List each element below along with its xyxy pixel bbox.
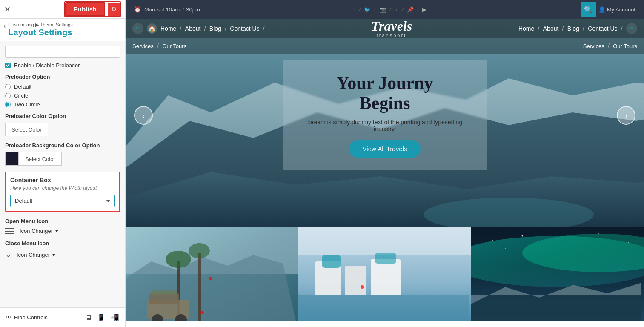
close-menu-icon-changer-label: Icon Changer	[17, 252, 50, 258]
nav-about-right[interactable]: About	[543, 25, 559, 32]
nav-slash-4: /	[263, 25, 265, 32]
slider-description: loream is simply dummy text of the print…	[300, 119, 470, 132]
home-icon-left[interactable]: 🏠	[147, 23, 157, 34]
thumbnail-aurora[interactable]	[471, 227, 644, 321]
svg-point-33	[598, 233, 599, 234]
preloader-color-button[interactable]: Select Color	[5, 123, 48, 136]
linkedin-icon[interactable]: in	[394, 6, 398, 13]
svg-rect-24	[371, 259, 401, 295]
sub-nav-services-left[interactable]: Services	[132, 43, 154, 49]
container-box-title: Container Box	[10, 177, 115, 184]
sub-nav-left: Services / Our Tours	[132, 42, 186, 50]
sub-nav-right: Services / Our Tours	[583, 42, 637, 50]
open-menu-chevron-icon: ▾	[55, 228, 58, 234]
svg-point-9	[166, 251, 191, 268]
svg-point-35	[505, 248, 506, 249]
nav-home-right[interactable]: Home	[518, 25, 534, 32]
close-menu-chevron-icon: ▾	[52, 252, 55, 258]
pinterest-icon[interactable]: 📌	[407, 6, 414, 13]
close-button[interactable]: ✕	[4, 5, 11, 14]
nav-right-area: Home / About / Blog / Contact Us / ✏	[518, 23, 637, 34]
preloader-bg-color-section: Preloader Background Color Option Select…	[5, 142, 120, 166]
sidebar: ✕ Publish ⚙ ‹ Customizing ▶ Theme Settin…	[0, 0, 126, 327]
brand-subtitle: transport	[377, 33, 406, 38]
close-menu-section: Close Menu icon ⌄ Icon Changer ▾	[5, 240, 120, 259]
svg-rect-25	[375, 253, 396, 264]
nav-contact-left[interactable]: Contact Us	[230, 25, 259, 32]
sub-nav-tours-left[interactable]: Our Tours	[162, 43, 186, 49]
radio-two-circle-label: Two Circle	[14, 101, 40, 108]
hero-nav: ✏ 🏠 Home / About / Blog / Contact Us / T…	[126, 19, 644, 38]
preloader-bg-color-button[interactable]: Select Color	[19, 152, 62, 166]
youtube-icon[interactable]: ▶	[422, 6, 426, 13]
hide-controls-label: Hide Controls	[14, 314, 48, 321]
svg-rect-10	[198, 253, 201, 321]
publish-button[interactable]: Publish	[65, 2, 105, 16]
thumbnail-coastal[interactable]	[298, 227, 471, 321]
container-box-desc: Here you can change the Width layout.	[10, 185, 115, 191]
eye-icon: 👁	[6, 314, 11, 321]
nav-slash-1: /	[180, 25, 181, 32]
close-menu-title: Close Menu icon	[5, 240, 120, 247]
nav-blog-left[interactable]: Blog	[209, 25, 221, 32]
back-button[interactable]: ‹	[3, 22, 6, 30]
my-account-link[interactable]: 👤 My Account	[598, 6, 635, 13]
twitter-icon[interactable]: 🐦	[364, 6, 371, 13]
open-menu-icon-changer-button[interactable]: Icon Changer ▾	[20, 228, 58, 234]
radio-default[interactable]	[5, 84, 11, 89]
svg-point-34	[628, 242, 629, 243]
svg-point-18	[200, 311, 204, 314]
container-box-section: Container Box Here you can change the Wi…	[5, 172, 120, 212]
radio-circle[interactable]	[5, 93, 11, 98]
svg-rect-22	[322, 255, 341, 268]
my-account-label: My Account	[607, 6, 635, 13]
nav-home-left[interactable]: Home	[160, 25, 176, 32]
svg-point-32	[522, 235, 523, 237]
sidebar-topbar: ✕ Publish ⚙	[0, 0, 125, 19]
svg-point-11	[189, 243, 210, 258]
mobile-view-button[interactable]: 📲	[111, 313, 119, 321]
view-all-travels-button[interactable]: View All Travels	[349, 140, 421, 158]
instagram-icon[interactable]: 📷	[379, 6, 386, 13]
edit-nav-left-icon[interactable]: ✏	[132, 23, 143, 34]
tablet-view-button[interactable]: 📱	[97, 313, 106, 321]
thumbnail-tropical[interactable]	[126, 227, 298, 321]
radio-two-circle[interactable]	[5, 102, 11, 107]
hide-controls-button[interactable]: 👁 Hide Controls	[6, 314, 48, 321]
desktop-view-button[interactable]: 🖥	[85, 313, 92, 321]
preloader-bg-color-swatch[interactable]	[5, 152, 19, 166]
enable-preloader-checkbox[interactable]	[5, 63, 11, 68]
nav-blog-right[interactable]: Blog	[567, 25, 579, 32]
nav-slash-5: /	[538, 25, 539, 32]
svg-rect-20	[298, 227, 471, 255]
sub-nav-services-right[interactable]: Services	[583, 43, 604, 49]
radio-default-label: Default	[14, 83, 31, 90]
radio-default-row: Default	[5, 83, 120, 90]
preloader-option-title: Preloader Option	[5, 74, 120, 80]
radio-circle-row: Circle	[5, 92, 120, 99]
gear-button[interactable]: ⚙	[108, 3, 120, 16]
svg-rect-26	[298, 295, 469, 321]
open-menu-title: Open Menu icon	[5, 218, 120, 224]
edit-nav-right-icon[interactable]: ✏	[626, 23, 637, 34]
preloader-option-group: Default Circle Two Circle	[5, 83, 120, 108]
facebook-icon[interactable]: f	[354, 6, 356, 13]
container-box-select[interactable]: Default Full Width Boxed	[10, 195, 115, 207]
breadcrumb: Customizing ▶ Theme Settings	[8, 22, 72, 28]
radio-circle-label: Circle	[14, 92, 28, 99]
slider-next-button[interactable]: ›	[617, 106, 635, 125]
slider-content-box: Your Journy Begins loream is simply dumm…	[283, 60, 487, 170]
search-button[interactable]: 🔍	[581, 2, 596, 17]
nav-contact-right[interactable]: Contact Us	[588, 25, 617, 32]
layout-settings-title: Layout Settings	[8, 28, 72, 41]
close-menu-icon-changer-button[interactable]: Icon Changer ▾	[17, 252, 55, 258]
slider-prev-button[interactable]: ‹	[134, 106, 153, 125]
search-input[interactable]	[5, 46, 120, 58]
preloader-bg-color-row: Select Color	[5, 152, 120, 166]
sub-nav-tours-right[interactable]: Our Tours	[613, 43, 637, 49]
hamburger-icon[interactable]	[5, 228, 14, 234]
account-icon: 👤	[598, 6, 605, 13]
slider-area: ‹ Your Journy Begins loream is simply du…	[126, 54, 644, 177]
nav-about-left[interactable]: About	[185, 25, 201, 32]
brand-center: Travels transport	[371, 19, 412, 38]
